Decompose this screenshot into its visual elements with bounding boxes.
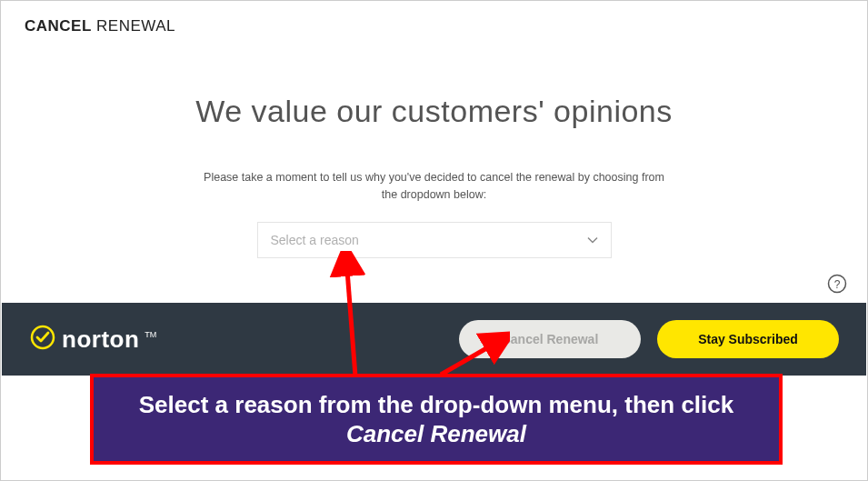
chevron-down-icon xyxy=(587,235,598,246)
annotation-text-italic: Cancel Renewal xyxy=(346,420,526,447)
page-title-bold: CANCEL xyxy=(25,17,92,35)
norton-checkmark-icon xyxy=(29,324,56,355)
page-header: CANCEL RENEWAL xyxy=(1,1,867,43)
annotation-callout: Select a reason from the drop-down menu,… xyxy=(90,374,783,465)
reason-dropdown[interactable]: Select a reason xyxy=(257,222,612,258)
stay-subscribed-button[interactable]: Stay Subscribed xyxy=(657,320,839,358)
brand-name: norton xyxy=(62,326,139,354)
footer-bar: norton TM Cancel Renewal Stay Subscribed xyxy=(2,303,866,376)
annotation-text-plain: Select a reason from the drop-down menu,… xyxy=(139,391,733,418)
cancel-renewal-button[interactable]: Cancel Renewal xyxy=(459,320,641,358)
hero-heading: We value our customers' opinions xyxy=(37,94,831,129)
help-icon[interactable]: ? xyxy=(827,274,847,294)
app-window: CANCEL RENEWAL We value our customers' o… xyxy=(0,0,868,481)
svg-text:?: ? xyxy=(834,278,841,291)
instruction-text: Please take a moment to tell us why you'… xyxy=(198,169,671,204)
main-content: We value our customers' opinions Please … xyxy=(1,43,867,258)
annotation-text: Select a reason from the drop-down menu,… xyxy=(112,390,761,449)
footer-actions: Cancel Renewal Stay Subscribed xyxy=(459,320,839,358)
trademark-symbol: TM xyxy=(145,330,156,339)
brand-logo: norton TM xyxy=(29,324,156,355)
page-title-light: RENEWAL xyxy=(96,17,175,35)
dropdown-placeholder: Select a reason xyxy=(271,233,359,247)
page-title: CANCEL RENEWAL xyxy=(25,17,843,35)
